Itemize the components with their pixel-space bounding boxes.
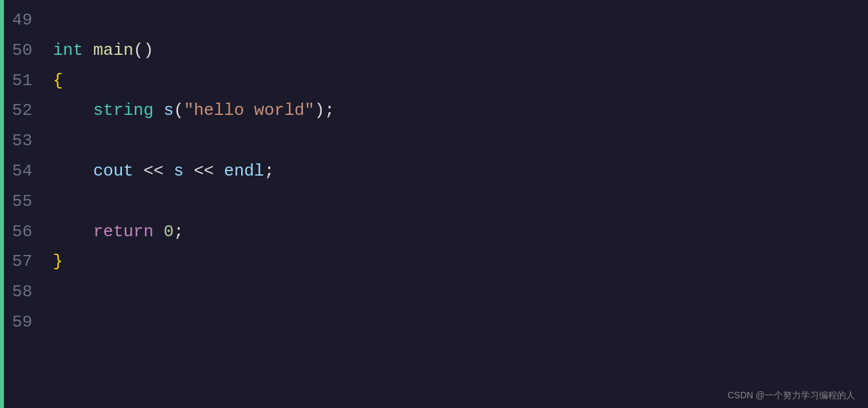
code-token: int bbox=[53, 41, 83, 60]
line-number: 54 bbox=[4, 156, 32, 187]
code-line bbox=[53, 187, 868, 217]
line-number: 52 bbox=[4, 96, 32, 126]
line-numbers: 4950515253545556575859 bbox=[4, 0, 43, 408]
code-token bbox=[53, 222, 93, 241]
code-token bbox=[53, 101, 93, 120]
line-number: 58 bbox=[4, 277, 32, 307]
code-line: string s("hello world"); bbox=[53, 96, 868, 126]
line-number: 56 bbox=[4, 217, 32, 247]
code-line bbox=[53, 307, 868, 338]
line-number: 59 bbox=[4, 307, 32, 338]
code-token: 0 bbox=[164, 222, 174, 241]
code-token: "hello world" bbox=[184, 101, 315, 120]
watermark: CSDN @一个努力学习编程的人 bbox=[727, 390, 855, 402]
line-number: 50 bbox=[4, 36, 32, 66]
code-token: ); bbox=[315, 101, 335, 120]
code-line: return 0; bbox=[53, 217, 868, 247]
line-number: 55 bbox=[4, 187, 32, 217]
code-line bbox=[53, 277, 868, 307]
code-token: main bbox=[93, 41, 133, 60]
code-line: } bbox=[53, 247, 868, 277]
code-line: { bbox=[53, 66, 868, 96]
code-token: ; bbox=[264, 161, 275, 181]
line-number: 51 bbox=[4, 66, 32, 96]
code-token: return bbox=[93, 222, 153, 241]
code-content: 4950515253545556575859 int main(){ strin… bbox=[4, 0, 868, 408]
code-lines: int main(){ string s("hello world"); cou… bbox=[43, 0, 868, 408]
code-token bbox=[53, 161, 93, 181]
line-number: 57 bbox=[4, 247, 32, 277]
code-line bbox=[53, 5, 868, 36]
code-token: endl bbox=[224, 161, 264, 181]
code-token: ( bbox=[173, 101, 184, 120]
code-token: cout bbox=[93, 161, 133, 181]
code-line: cout << s << endl; bbox=[53, 156, 868, 187]
code-token bbox=[153, 222, 164, 241]
code-token: string bbox=[93, 101, 153, 120]
code-token: () bbox=[133, 41, 153, 60]
code-token bbox=[153, 101, 164, 120]
code-line: int main() bbox=[53, 36, 868, 66]
code-token: << bbox=[133, 161, 173, 181]
code-token: s bbox=[173, 161, 184, 181]
code-token: s bbox=[164, 101, 174, 120]
code-token: } bbox=[53, 252, 63, 271]
line-number: 49 bbox=[4, 5, 32, 36]
code-token bbox=[83, 41, 94, 60]
code-editor: 4950515253545556575859 int main(){ strin… bbox=[0, 0, 868, 408]
code-token: { bbox=[53, 71, 63, 90]
line-number: 53 bbox=[4, 126, 32, 156]
code-token: << bbox=[184, 161, 224, 181]
code-line bbox=[53, 126, 868, 156]
code-token: ; bbox=[173, 222, 184, 241]
